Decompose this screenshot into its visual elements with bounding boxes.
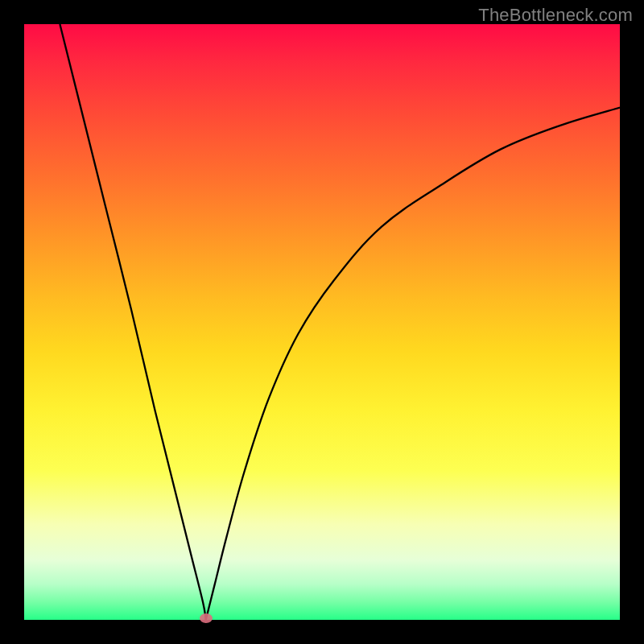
watermark-label: TheBottleneck.com [478, 5, 633, 26]
curve-svg [24, 24, 620, 620]
minimum-marker [200, 613, 213, 623]
plot-area [24, 24, 620, 620]
curve-left-branch [60, 24, 205, 620]
curve-right-branch [206, 108, 620, 620]
chart-frame: TheBottleneck.com [0, 0, 644, 644]
